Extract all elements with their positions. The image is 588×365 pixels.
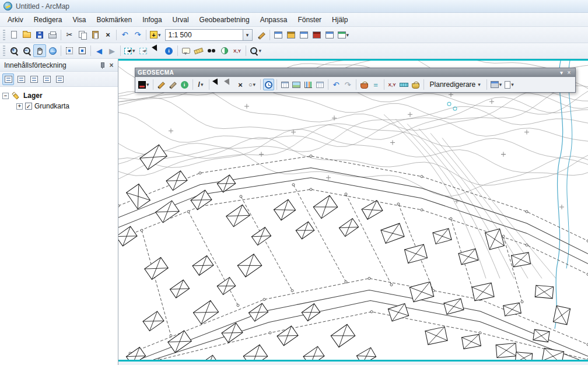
- list-by-visibility-button[interactable]: [28, 73, 40, 85]
- search-window-button[interactable]: [298, 29, 310, 41]
- geo-undo-icon: ↶: [333, 80, 340, 89]
- go-back-extent-button[interactable]: ◀: [93, 44, 106, 57]
- vertex-tool-button[interactable]: [223, 79, 235, 90]
- pan-button[interactable]: [33, 44, 46, 57]
- toolbar-grip[interactable]: [3, 45, 5, 56]
- basket-button[interactable]: [410, 79, 421, 90]
- fixed-zoom-out-button[interactable]: [76, 44, 89, 57]
- snap-xy-button[interactable]: X,Y: [387, 79, 398, 90]
- undo-button[interactable]: ↶: [118, 29, 131, 41]
- list-by-drawing-order-button[interactable]: [2, 73, 14, 85]
- catalog-window-button[interactable]: [285, 29, 298, 41]
- save-button[interactable]: [33, 29, 46, 41]
- toc-close-button[interactable]: ×: [107, 61, 116, 69]
- collapse-icon[interactable]: −: [2, 93, 9, 99]
- layers-root-row[interactable]: − Lager: [2, 90, 116, 101]
- circle-tool-button[interactable]: ○▾: [247, 79, 258, 90]
- attribute-table-button[interactable]: [279, 79, 290, 90]
- planredigerare-label: Planredigerare: [430, 80, 476, 89]
- add-data-button[interactable]: +▾: [148, 29, 163, 41]
- line-tool-button[interactable]: /▾: [195, 79, 206, 90]
- new-document-button[interactable]: [8, 29, 20, 41]
- arrow-tool-button[interactable]: [212, 79, 223, 90]
- menu-hjalp[interactable]: Hjälp: [327, 14, 353, 26]
- python-window-button[interactable]: [323, 29, 336, 41]
- title-bar[interactable]: Untitled - ArcMap: [0, 0, 588, 13]
- form-edit-button[interactable]: [314, 79, 326, 90]
- find-button[interactable]: [205, 44, 218, 57]
- sketch-tool-button[interactable]: [156, 79, 167, 90]
- menu-redigera[interactable]: Redigera: [29, 14, 68, 26]
- list-by-selection-button[interactable]: [41, 73, 52, 85]
- paint-button[interactable]: [359, 79, 370, 90]
- paste-button[interactable]: [89, 29, 102, 41]
- open-button[interactable]: [20, 29, 33, 41]
- geo-redo-button[interactable]: ↷: [342, 79, 354, 90]
- circle-tool-icon: ○: [249, 81, 253, 88]
- map-svg[interactable]: [118, 61, 588, 360]
- go-to-xy-button[interactable]: X,Y: [231, 44, 244, 57]
- auto-hide-pin-icon[interactable]: [98, 62, 105, 69]
- menu-fonster[interactable]: Fönster: [292, 14, 327, 26]
- delete-feature-button[interactable]: ×: [235, 79, 246, 90]
- menu-visa[interactable]: Visa: [67, 14, 91, 26]
- copy-button[interactable]: [76, 29, 89, 41]
- zoom-out-button[interactable]: −: [20, 44, 33, 57]
- sync-button[interactable]: =: [370, 79, 382, 90]
- chart-button[interactable]: [303, 79, 314, 90]
- select-features-icon: [124, 48, 132, 54]
- expand-icon[interactable]: +: [16, 103, 23, 110]
- go-forward-extent-button[interactable]: ▶: [106, 44, 118, 57]
- modelbuilder-button[interactable]: ▾: [336, 29, 351, 41]
- menu-geobearbetning[interactable]: Geobearbetning: [194, 14, 255, 26]
- geosecma-titlebar[interactable]: GEOSECMA ▾ ×: [135, 68, 575, 77]
- table-of-contents-button[interactable]: [272, 29, 285, 41]
- toc-options-button[interactable]: [54, 73, 65, 85]
- editor-toolbar-button[interactable]: [255, 29, 268, 41]
- list-by-source-button[interactable]: [15, 73, 27, 85]
- fill-color-button[interactable]: ▾: [137, 79, 150, 90]
- layer-window-button[interactable]: ▾: [489, 79, 503, 90]
- menu-urval[interactable]: Urval: [167, 14, 194, 26]
- toc-header[interactable]: Innehållsförteckning ×: [0, 59, 118, 72]
- arctoolbox-icon: [313, 31, 321, 38]
- fixed-zoom-in-button[interactable]: [63, 44, 76, 57]
- menu-arkiv[interactable]: Arkiv: [2, 14, 29, 26]
- menu-infoga[interactable]: Infoga: [137, 14, 167, 26]
- arctoolbox-button[interactable]: [310, 29, 323, 41]
- edit-tool-button[interactable]: [167, 79, 178, 90]
- scale-combobox[interactable]: 1:1 500 ▾: [165, 29, 253, 41]
- search-window-icon: [300, 31, 308, 38]
- geosecma-dropdown-icon[interactable]: ▾: [558, 69, 565, 76]
- zoom-in-button[interactable]: +: [8, 44, 20, 57]
- menu-bokmarken[interactable]: Bokmärken: [92, 14, 138, 26]
- planredigerare-dropdown[interactable]: Planredigerare ▾: [426, 79, 484, 90]
- time-tracking-button[interactable]: [263, 79, 274, 90]
- full-extent-button[interactable]: [46, 44, 59, 57]
- feature-info-button[interactable]: i: [179, 79, 190, 90]
- identify-button[interactable]: i: [163, 44, 176, 57]
- cut-button[interactable]: ✂: [63, 29, 76, 41]
- delete-button[interactable]: ×: [102, 29, 114, 41]
- menu-anpassa[interactable]: Anpassa: [255, 14, 293, 26]
- geo-undo-button[interactable]: ↶: [331, 79, 342, 90]
- document-page-button[interactable]: ▾: [503, 79, 515, 90]
- print-button[interactable]: [46, 29, 59, 41]
- geosecma-close-button[interactable]: ×: [565, 69, 573, 76]
- find-route-button[interactable]: [218, 44, 231, 57]
- list-by-visibility-icon: [30, 76, 38, 83]
- select-features-button[interactable]: ▾: [123, 44, 137, 57]
- measure-button[interactable]: [192, 44, 205, 57]
- separator: [209, 79, 209, 90]
- clear-selection-button[interactable]: [137, 44, 150, 57]
- redo-button[interactable]: ↷: [131, 29, 144, 41]
- image-view-button[interactable]: [291, 79, 302, 90]
- scale-tool-button[interactable]: [398, 79, 410, 90]
- toolbar-grip[interactable]: [3, 30, 5, 40]
- viewer-window-button[interactable]: ▾: [248, 44, 264, 57]
- html-popup-button[interactable]: [180, 44, 192, 57]
- select-elements-button[interactable]: [150, 44, 163, 57]
- layer-visibility-checkbox[interactable]: ✓: [25, 103, 32, 110]
- scale-dropdown-icon[interactable]: ▾: [243, 30, 252, 40]
- grundkarta-layer-row[interactable]: + ✓ Grundkarta: [16, 101, 116, 111]
